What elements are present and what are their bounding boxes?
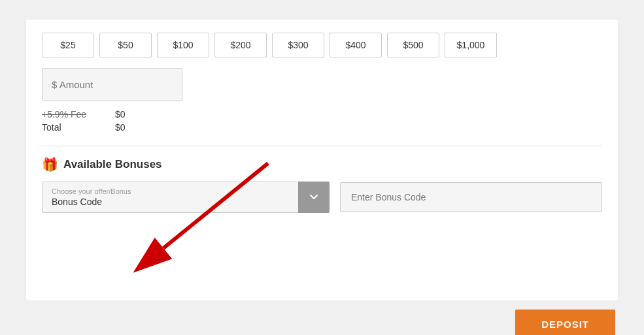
bonus-row: Choose your offer/Bonus Bonus Code [42,182,602,213]
bonus-section-title: 🎁 Available Bonuses [42,157,602,172]
page-wrapper: $25$50$100$200$300$400$500$1,000 +5.9% F… [13,13,631,335]
amount-btn[interactable]: $200 [214,33,267,57]
amount-btn[interactable]: $25 [42,33,94,57]
amount-btn[interactable]: $300 [272,33,324,57]
annotation-arrow [92,157,288,274]
bonus-chevron-button[interactable] [298,182,330,213]
bonus-title-text: Available Bonuses [63,158,162,171]
bonus-dropdown-label: Choose your offer/Bonus [52,187,289,195]
total-value: $0 [115,122,126,133]
chevron-down-icon [307,191,320,204]
amount-buttons-group: $25$50$100$200$300$400$500$1,000 [42,33,602,57]
bonus-dropdown[interactable]: Choose your offer/Bonus Bonus Code [42,182,298,213]
amount-btn[interactable]: $400 [330,33,382,57]
fee-row: +5.9% Fee $0 [42,109,602,120]
total-label: Total [42,122,107,133]
divider [42,146,602,146]
total-row: Total $0 [42,122,602,133]
amount-btn[interactable]: $100 [157,33,209,57]
bottom-bar: DEPOSIT [13,300,631,335]
bonus-dropdown-value: Bonus Code [52,197,102,207]
fee-value: $0 [115,109,126,120]
deposit-card: $25$50$100$200$300$400$500$1,000 +5.9% F… [26,20,618,300]
amount-input[interactable] [42,68,182,101]
gift-icon: 🎁 [42,157,58,172]
amount-btn[interactable]: $500 [387,33,439,57]
deposit-button[interactable]: DEPOSIT [515,310,615,335]
amount-input-wrap [42,68,602,101]
fee-label: +5.9% Fee [42,109,107,120]
bonus-dropdown-wrap: Choose your offer/Bonus Bonus Code [42,182,330,213]
bonus-code-input[interactable] [340,182,602,212]
amount-btn[interactable]: $1,000 [445,33,497,57]
amount-btn[interactable]: $50 [99,33,152,57]
